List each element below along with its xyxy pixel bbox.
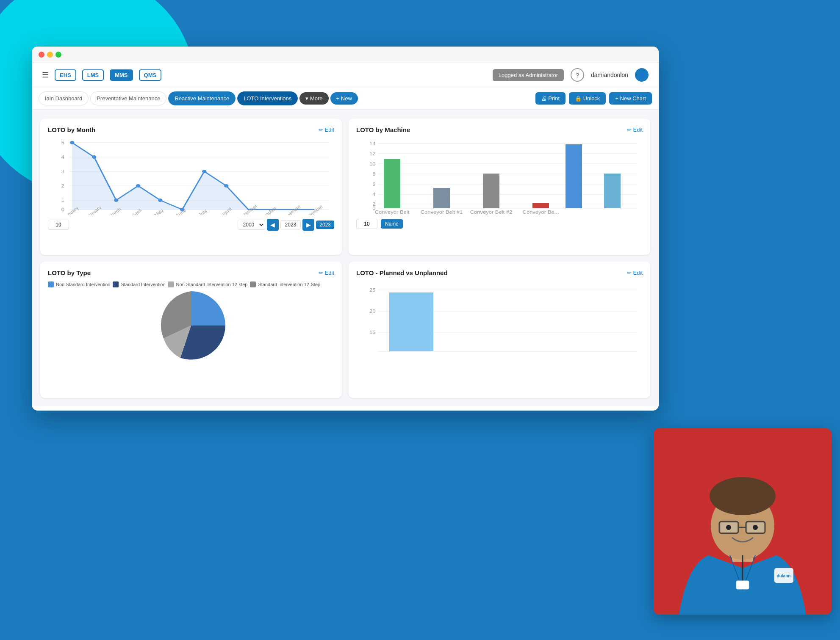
year-prev-button[interactable]: ◀ bbox=[267, 219, 279, 231]
planned-bar-chart-area: 25 20 15 bbox=[356, 281, 643, 358]
svg-point-77 bbox=[753, 525, 758, 530]
loto-by-type-header: LOTO by Type ✏ Edit bbox=[48, 269, 334, 276]
more-button[interactable]: ▾ More bbox=[299, 92, 328, 105]
loto-by-machine-title: LOTO by Machine bbox=[356, 126, 410, 133]
pie-chart-area bbox=[48, 292, 334, 359]
year-tag: 2023 bbox=[316, 221, 334, 229]
svg-text:10: 10 bbox=[369, 162, 375, 166]
svg-rect-52 bbox=[566, 144, 582, 208]
svg-point-14 bbox=[114, 199, 118, 202]
loto-by-type-card: LOTO by Type ✏ Edit Non Standard Interve… bbox=[40, 262, 342, 398]
svg-rect-49 bbox=[433, 188, 450, 208]
traffic-light-yellow[interactable] bbox=[47, 52, 53, 58]
legend-item-1: Standard Intervention bbox=[113, 281, 165, 287]
avatar[interactable]: 👤 bbox=[635, 68, 649, 82]
legend-label-0: Non Standard Intervention bbox=[56, 282, 110, 287]
nav-badge-lms[interactable]: LMS bbox=[82, 69, 104, 81]
loto-by-month-card: LOTO by Month ✏ Edit 5 4 3 2 1 bbox=[40, 119, 342, 255]
tab-reactive-maintenance[interactable]: Reactive Maintenance bbox=[168, 91, 236, 105]
legend-item-0: Non Standard Intervention bbox=[48, 281, 110, 287]
loto-by-month-title: LOTO by Month bbox=[48, 126, 95, 133]
nav-badge-qms[interactable]: QMS bbox=[139, 69, 162, 81]
nav-right: Logged as Administrator ? damiandonlon 👤 bbox=[493, 68, 649, 82]
new-chart-button[interactable]: + New Chart bbox=[609, 92, 652, 105]
svg-text:2: 2 bbox=[61, 184, 64, 188]
svg-point-18 bbox=[202, 170, 206, 173]
svg-text:25: 25 bbox=[369, 288, 375, 292]
svg-text:Conveyor Belt #1: Conveyor Belt #1 bbox=[421, 210, 463, 214]
pie-chart-svg bbox=[153, 287, 229, 364]
tab-actions: 🖨 Print 🔒 Unlock + New Chart bbox=[535, 92, 652, 105]
page-size-input[interactable] bbox=[48, 220, 69, 230]
loto-by-machine-edit-button[interactable]: ✏ Edit bbox=[627, 127, 643, 133]
loto-planned-unplanned-edit-button[interactable]: ✏ Edit bbox=[627, 270, 643, 276]
svg-point-70 bbox=[710, 477, 776, 515]
hamburger-icon[interactable]: ☰ bbox=[42, 70, 49, 80]
loto-planned-unplanned-card: LOTO - Planned vs Unplanned ✏ Edit 25 20… bbox=[349, 262, 650, 398]
browser-window: ☰ EHS LMS MMS QMS Logged as Administrato… bbox=[32, 47, 659, 411]
machine-page-size-input[interactable] bbox=[356, 219, 377, 229]
loto-planned-unplanned-header: LOTO - Planned vs Unplanned ✏ Edit bbox=[356, 269, 643, 276]
year-nav: 2000 ◀ 2023 ▶ 2023 bbox=[238, 219, 334, 231]
legend-dot-0 bbox=[48, 281, 54, 287]
svg-text:12: 12 bbox=[369, 152, 375, 156]
new-button[interactable]: + New bbox=[330, 92, 358, 105]
svg-text:2: 2 bbox=[372, 202, 375, 206]
traffic-lights bbox=[39, 52, 61, 58]
unlock-button[interactable]: 🔒 Unlock bbox=[569, 92, 606, 105]
svg-text:6: 6 bbox=[372, 182, 375, 186]
loto-by-month-edit-button[interactable]: ✏ Edit bbox=[319, 127, 334, 133]
logged-as-button[interactable]: Logged as Administrator bbox=[493, 69, 564, 81]
tab-iain-dashboard[interactable]: Iain Dashboard bbox=[39, 91, 89, 105]
svg-rect-50 bbox=[483, 174, 499, 208]
year-current-label: 2023 bbox=[280, 220, 301, 229]
nav-badge-ehs[interactable]: EHS bbox=[55, 69, 76, 81]
legend-dot-3 bbox=[250, 281, 256, 287]
svg-point-16 bbox=[158, 199, 162, 202]
svg-text:1: 1 bbox=[61, 198, 64, 202]
bar-chart-area: 14 12 10 8 6 4 2 0 bbox=[356, 138, 643, 215]
tab-loto-interventions[interactable]: LOTO Interventions bbox=[237, 91, 298, 105]
traffic-light-red[interactable] bbox=[39, 52, 44, 58]
svg-text:4: 4 bbox=[61, 155, 65, 159]
loto-by-machine-card: LOTO by Machine ✏ Edit 14 12 bbox=[349, 119, 650, 255]
svg-point-19 bbox=[224, 184, 228, 188]
svg-rect-65 bbox=[389, 292, 433, 351]
year-select[interactable]: 2000 bbox=[238, 220, 265, 230]
svg-text:dulann: dulann bbox=[777, 574, 791, 578]
nav-left: ☰ EHS LMS MMS QMS bbox=[42, 69, 161, 81]
legend-item-3: Standard Intervention 12-Step bbox=[250, 281, 320, 287]
name-sort-button[interactable]: Name bbox=[381, 219, 403, 229]
line-chart-area: 5 4 3 2 1 0 bbox=[48, 138, 334, 215]
svg-text:4: 4 bbox=[372, 192, 376, 196]
loto-by-month-footer: 2000 ◀ 2023 ▶ 2023 bbox=[48, 219, 334, 231]
person-card: dulann bbox=[654, 428, 832, 615]
loto-by-month-header: LOTO by Month ✏ Edit bbox=[48, 126, 334, 133]
dashboard-content: LOTO by Month ✏ Edit 5 4 3 2 1 bbox=[32, 110, 659, 406]
svg-text:3: 3 bbox=[61, 169, 64, 174]
nav-badge-mms[interactable]: MMS bbox=[110, 69, 133, 81]
legend-item-2: Non-Standard Intervention 12-step bbox=[168, 281, 248, 287]
svg-text:January: January bbox=[62, 206, 80, 215]
svg-point-13 bbox=[92, 155, 96, 159]
help-icon[interactable]: ? bbox=[571, 68, 584, 82]
tab-preventative-maintenance[interactable]: Preventative Maintenance bbox=[90, 91, 166, 105]
print-button[interactable]: 🖨 Print bbox=[535, 92, 566, 105]
planned-bar-chart-svg: 25 20 15 bbox=[356, 281, 643, 358]
year-next-button[interactable]: ▶ bbox=[302, 219, 314, 231]
loto-by-machine-header: LOTO by Machine ✏ Edit bbox=[356, 126, 643, 133]
svg-text:15: 15 bbox=[369, 330, 375, 334]
svg-point-12 bbox=[70, 141, 74, 144]
svg-text:0: 0 bbox=[61, 207, 64, 212]
browser-chrome bbox=[32, 47, 659, 63]
bar-chart-svg: 14 12 10 8 6 4 2 0 bbox=[356, 138, 643, 215]
traffic-light-green[interactable] bbox=[55, 52, 61, 58]
top-nav: ☰ EHS LMS MMS QMS Logged as Administrato… bbox=[32, 63, 659, 87]
legend-dot-2 bbox=[168, 281, 174, 287]
tab-bar: Iain Dashboard Preventative Maintenance … bbox=[32, 87, 659, 110]
svg-text:Conveyor Belt: Conveyor Belt bbox=[375, 210, 410, 214]
svg-text:Conveyor Belt #2: Conveyor Belt #2 bbox=[470, 210, 513, 214]
line-chart-svg: 5 4 3 2 1 0 bbox=[48, 138, 334, 215]
loto-by-type-edit-button[interactable]: ✏ Edit bbox=[319, 270, 334, 276]
svg-rect-53 bbox=[604, 174, 621, 208]
